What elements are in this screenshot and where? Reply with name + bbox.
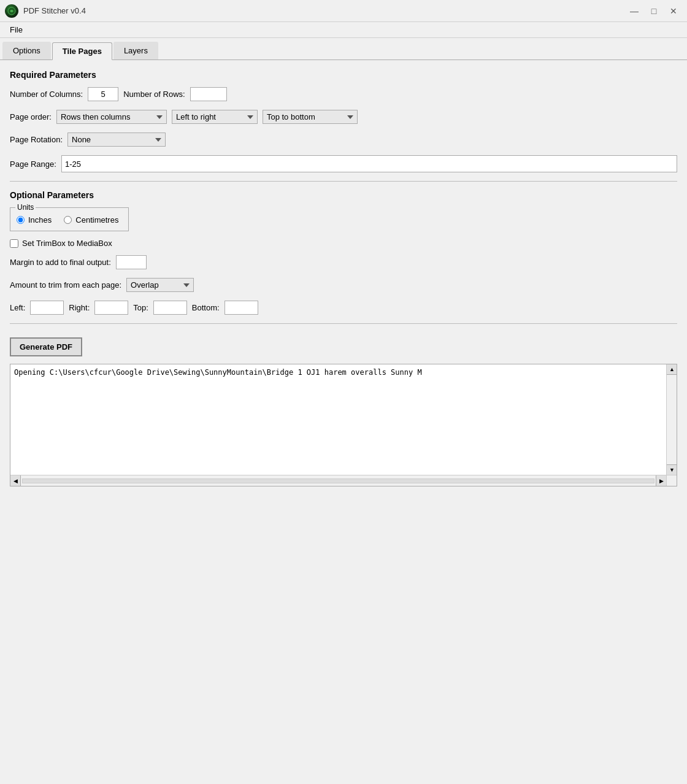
- page-order-select[interactable]: Rows then columns Columns then rows: [56, 110, 167, 124]
- maximize-button[interactable]: □: [645, 4, 662, 18]
- page-rotation-label: Page Rotation:: [10, 135, 63, 144]
- num-rows-label: Number of Rows:: [123, 90, 185, 99]
- title-bar: PDF Stitcher v0.4 — □ ✕: [0, 0, 687, 22]
- trim-row: Amount to trim from each page: Overlap C…: [10, 278, 677, 292]
- scroll-track-h: [22, 478, 654, 483]
- right-input[interactable]: [94, 301, 128, 315]
- tabs: Options Tile Pages Layers: [0, 38, 687, 60]
- bottom-input[interactable]: [225, 301, 258, 315]
- centimetres-option[interactable]: Centimetres: [64, 215, 118, 225]
- units-radio-row: Inches Centimetres: [17, 215, 118, 225]
- num-cols-label: Number of Columns:: [10, 90, 83, 99]
- lrtb-row: Left: Right: Top: Bottom:: [10, 301, 677, 315]
- scroll-right-button[interactable]: ▶: [656, 475, 666, 486]
- page-order-label: Page order:: [10, 112, 52, 121]
- units-group: Units Inches Centimetres: [10, 207, 129, 231]
- title-controls: — □ ✕: [626, 4, 682, 18]
- separator-1: [10, 181, 677, 182]
- bottom-label: Bottom:: [192, 303, 220, 312]
- scrollbar-right[interactable]: ▲ ▼: [666, 364, 677, 475]
- separator-2: [10, 323, 677, 324]
- close-button[interactable]: ✕: [665, 4, 682, 18]
- scrollbar-corner: [666, 475, 677, 486]
- tab-options[interactable]: Options: [2, 42, 51, 60]
- margin-row: Margin to add to final output:: [10, 255, 677, 269]
- app-title: PDF Stitcher v0.4: [23, 6, 86, 15]
- scroll-track-v: [667, 375, 677, 464]
- scroll-left-button[interactable]: ◀: [10, 475, 21, 486]
- centimetres-radio[interactable]: [64, 216, 72, 224]
- required-params-title: Required Parameters: [10, 70, 677, 80]
- right-label: Right:: [69, 303, 90, 312]
- scroll-up-button[interactable]: ▲: [667, 364, 677, 375]
- output-wrapper: Opening C:\Users\cfcur\Google Drive\Sewi…: [10, 364, 677, 486]
- file-menu[interactable]: File: [5, 24, 28, 36]
- columns-rows-row: Number of Columns: Number of Rows:: [10, 87, 677, 101]
- page-range-label: Page Range:: [10, 159, 56, 169]
- trimbox-label: Set TrimBox to MediaBox: [22, 239, 112, 248]
- title-bar-left: PDF Stitcher v0.4: [5, 4, 86, 18]
- scroll-down-button[interactable]: ▼: [667, 464, 677, 475]
- scrollbar-bottom[interactable]: ◀ ▶: [10, 475, 666, 486]
- optional-params-title: Optional Parameters: [10, 190, 677, 200]
- main-content: Required Parameters Number of Columns: N…: [0, 60, 687, 496]
- trimbox-checkbox[interactable]: [10, 239, 18, 248]
- app-icon: [5, 4, 18, 18]
- tab-layers[interactable]: Layers: [113, 42, 158, 60]
- left-label: Left:: [10, 303, 25, 312]
- top-input[interactable]: [153, 301, 187, 315]
- margin-input[interactable]: [116, 255, 147, 269]
- num-rows-input[interactable]: [190, 87, 227, 101]
- output-text: Opening C:\Users\cfcur\Google Drive\Sewi…: [10, 364, 677, 390]
- menu-bar: File: [0, 22, 687, 38]
- page-range-input[interactable]: [61, 155, 677, 172]
- left-input[interactable]: [30, 301, 64, 315]
- direction-select[interactable]: Left to right Right to left: [172, 110, 258, 124]
- generate-pdf-button[interactable]: Generate PDF: [10, 337, 82, 356]
- margin-label: Margin to add to final output:: [10, 258, 111, 267]
- inches-option[interactable]: Inches: [17, 215, 52, 225]
- page-order-row: Page order: Rows then columns Columns th…: [10, 110, 677, 124]
- num-cols-input[interactable]: [88, 87, 118, 101]
- minimize-button[interactable]: —: [626, 4, 643, 18]
- page-rotation-row: Page Rotation: None 90 180 270: [10, 133, 677, 147]
- rotation-select[interactable]: None 90 180 270: [67, 133, 166, 147]
- page-range-row: Page Range:: [10, 155, 677, 172]
- centimetres-label: Centimetres: [75, 215, 118, 225]
- trimbox-row: Set TrimBox to MediaBox: [10, 239, 677, 248]
- units-legend: Units: [15, 203, 36, 212]
- inches-label: Inches: [28, 215, 52, 225]
- trim-label: Amount to trim from each page:: [10, 280, 121, 290]
- trim-select[interactable]: Overlap Custom: [126, 278, 194, 292]
- tab-tile-pages[interactable]: Tile Pages: [52, 42, 112, 60]
- top-bottom-select[interactable]: Top to bottom Bottom to top: [263, 110, 358, 124]
- top-label: Top:: [133, 303, 148, 312]
- inches-radio[interactable]: [17, 216, 25, 224]
